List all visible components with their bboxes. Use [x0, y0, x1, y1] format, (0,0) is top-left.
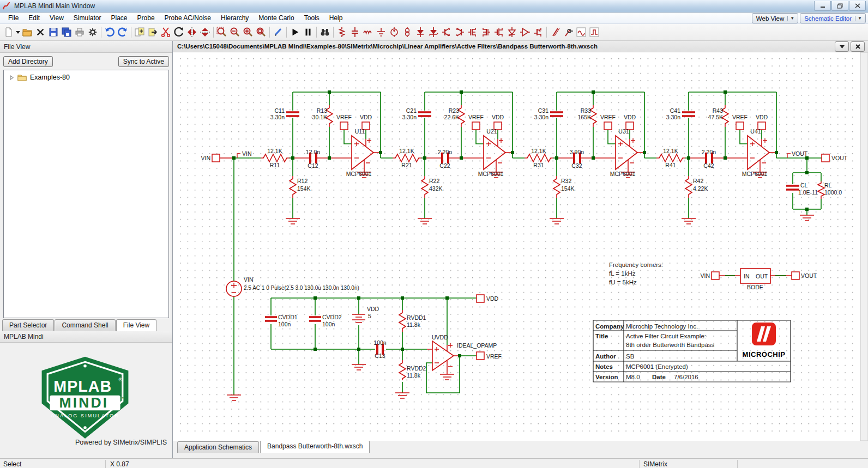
place-current-source-button[interactable]: [401, 26, 414, 39]
restore-button[interactable]: [831, 1, 848, 11]
svg-text:C32: C32: [571, 162, 582, 169]
place-diode-button[interactable]: [414, 26, 427, 39]
place-ground-button[interactable]: [375, 26, 388, 39]
zoom-area-button[interactable]: [215, 26, 228, 39]
place-buffer-button[interactable]: [519, 26, 532, 39]
menu-edit[interactable]: Edit: [23, 13, 45, 23]
menu-file[interactable]: File: [3, 13, 23, 23]
probe-pencil-icon: [550, 27, 560, 38]
place-voltage-source-button[interactable]: [388, 26, 401, 39]
place-nmos-button[interactable]: [466, 26, 479, 39]
svg-text:1000.0: 1000.0: [824, 189, 842, 196]
save-all-button[interactable]: [60, 26, 73, 39]
tab-file-view[interactable]: File View: [116, 319, 156, 331]
svg-text:RVDD2: RVDD2: [407, 365, 426, 372]
new-file-button[interactable]: [2, 26, 15, 39]
file-tree[interactable]: Examples-80: [3, 70, 169, 318]
mirror-horizontal-button[interactable]: [198, 26, 212, 39]
copy-sheet-icon: [134, 27, 145, 38]
svg-text:C22: C22: [439, 162, 450, 169]
svg-text:VIN: VIN: [242, 150, 252, 157]
sheet-dropdown-button[interactable]: [835, 41, 849, 52]
svg-text:RVDD1: RVDD1: [407, 314, 426, 321]
place-npn-button[interactable]: [440, 26, 453, 39]
zoom-full-button[interactable]: [255, 26, 268, 39]
svg-text:VREF: VREF: [732, 114, 748, 120]
status-zoom: X 0.87: [110, 460, 129, 468]
voltage-probe-button[interactable]: [562, 26, 575, 39]
zoom-out-button[interactable]: [228, 26, 242, 39]
menu-tools[interactable]: Tools: [299, 13, 324, 23]
zoom-in-icon: [243, 27, 254, 38]
file-view-header: File View: [0, 41, 172, 53]
tab-bandpass-butterworth[interactable]: Bandpass Butterworth-8th.wxsch: [260, 440, 370, 453]
open-button[interactable]: [21, 26, 34, 39]
zoom-in-button[interactable]: [242, 26, 255, 39]
close-sheet-button[interactable]: [34, 26, 47, 39]
find-button[interactable]: [318, 26, 331, 39]
place-inductor-button[interactable]: [361, 26, 375, 39]
tree-item-label: Examples-80: [30, 74, 70, 81]
mirror-vertical-button[interactable]: [185, 26, 198, 39]
sheet-close-button[interactable]: [851, 41, 865, 52]
add-directory-button[interactable]: Add Directory: [3, 56, 53, 67]
tran-plot-button[interactable]: [588, 26, 601, 39]
place-pmos-button[interactable]: [479, 26, 492, 39]
menu-probe-ac-noise[interactable]: Probe AC/Noise: [160, 13, 216, 23]
redo-button[interactable]: [116, 26, 129, 39]
export-sheet-button[interactable]: [146, 26, 159, 39]
place-jfet-button[interactable]: [532, 26, 545, 39]
new-file-caret[interactable]: [15, 26, 21, 39]
svg-text:Title: Title: [595, 333, 608, 339]
undo-button[interactable]: [103, 26, 116, 39]
menu-view[interactable]: View: [45, 13, 69, 23]
menu-hierarchy[interactable]: Hierarchy: [216, 13, 254, 23]
sync-to-active-button[interactable]: Sync to Active: [118, 56, 169, 67]
tab-part-selector[interactable]: Part Selector: [2, 319, 54, 331]
vertical-scrollbar[interactable]: [860, 52, 868, 441]
place-resistor-button[interactable]: [335, 26, 348, 39]
probe-pencil-button[interactable]: [548, 26, 562, 39]
schematic-editor-button[interactable]: Schematic Editor▼: [800, 13, 866, 23]
rotate-button[interactable]: [172, 26, 185, 39]
chevron-down-icon: ▼: [787, 16, 797, 21]
svg-text:VDD: VDD: [624, 114, 636, 120]
web-view-button[interactable]: Web View▼: [752, 13, 798, 23]
settings-button[interactable]: [86, 26, 99, 39]
print-button[interactable]: [73, 26, 86, 39]
tab-application-schematics[interactable]: Application Schematics: [177, 441, 259, 453]
place-pnp-button[interactable]: [453, 26, 466, 39]
svg-text:C31: C31: [538, 107, 548, 114]
menu-simulator[interactable]: Simulator: [69, 13, 106, 23]
menu-monte-carlo[interactable]: Monte Carlo: [254, 13, 299, 23]
cut-button[interactable]: [159, 26, 172, 39]
svg-text:47.5K: 47.5K: [708, 114, 723, 120]
run-button[interactable]: [288, 26, 302, 39]
menu-probe[interactable]: Probe: [132, 13, 160, 23]
place-capacitor-button[interactable]: [348, 26, 361, 39]
svg-text:100n: 100n: [322, 321, 335, 327]
copy-sheet-button[interactable]: [133, 26, 146, 39]
tree-item-examples-80[interactable]: Examples-80: [4, 74, 168, 81]
schematic-canvas[interactable]: VIN VIN VIN 2.5 AC 1 0 Pulse(2.5 3.0 130…: [173, 52, 868, 441]
expander-icon[interactable]: [9, 75, 14, 80]
pmos-icon: [480, 27, 491, 38]
pnp-transistor-icon: [454, 27, 465, 38]
svg-text:C41: C41: [670, 107, 680, 114]
rotate-icon: [173, 27, 184, 38]
minimize-button[interactable]: [814, 1, 831, 11]
svg-text:R33: R33: [581, 107, 591, 114]
close-button[interactable]: [849, 1, 866, 11]
svg-text:12.1K: 12.1K: [399, 148, 414, 154]
tab-command-shell[interactable]: Command Shell: [55, 319, 115, 331]
svg-text:3.30n: 3.30n: [270, 114, 285, 120]
place-igbt-button[interactable]: [492, 26, 505, 39]
place-zener-button[interactable]: [427, 26, 440, 39]
menu-place[interactable]: Place: [106, 13, 132, 23]
ac-plot-button[interactable]: [575, 26, 588, 39]
pause-button[interactable]: [302, 26, 315, 39]
wire-pencil-button[interactable]: [272, 26, 285, 39]
menu-help[interactable]: Help: [324, 13, 348, 23]
place-thyristor-button[interactable]: [505, 26, 519, 39]
save-button[interactable]: [47, 26, 60, 39]
